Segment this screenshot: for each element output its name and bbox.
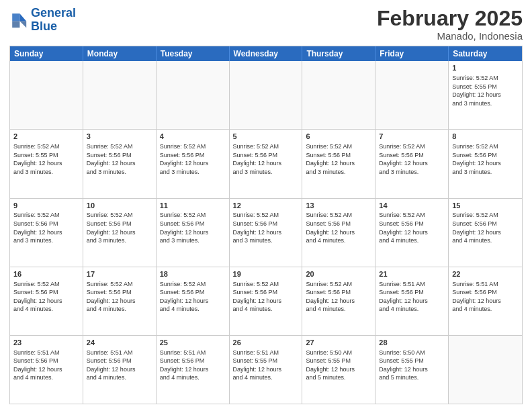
day-number: 10	[87, 201, 152, 211]
day-info: Sunrise: 5:52 AM Sunset: 5:55 PM Dayligh…	[13, 142, 79, 176]
weekday-header: Saturday	[449, 46, 522, 61]
empty-cell	[375, 61, 449, 129]
day-number: 25	[160, 338, 226, 348]
day-number: 6	[306, 132, 371, 142]
logo-text: General Blue	[31, 7, 76, 34]
day-info: Sunrise: 5:52 AM Sunset: 5:56 PM Dayligh…	[87, 211, 152, 244]
weekday-header: Monday	[83, 46, 157, 61]
empty-cell	[10, 61, 83, 129]
day-number: 12	[233, 201, 299, 211]
calendar-row: 23Sunrise: 5:51 AM Sunset: 5:56 PM Dayli…	[10, 335, 522, 404]
logo-icon	[9, 11, 28, 30]
day-cell: 18Sunrise: 5:52 AM Sunset: 5:56 PM Dayli…	[157, 267, 230, 335]
day-number: 19	[233, 269, 299, 279]
weekday-header: Thursday	[302, 46, 375, 61]
empty-cell	[302, 61, 375, 129]
day-cell: 5Sunrise: 5:52 AM Sunset: 5:56 PM Daylig…	[230, 130, 303, 197]
logo-blue: Blue	[31, 19, 57, 33]
day-number: 9	[13, 201, 79, 211]
empty-cell	[83, 61, 157, 129]
day-info: Sunrise: 5:52 AM Sunset: 5:56 PM Dayligh…	[87, 142, 152, 176]
day-number: 27	[306, 338, 371, 348]
day-info: Sunrise: 5:52 AM Sunset: 5:56 PM Dayligh…	[233, 280, 299, 314]
day-info: Sunrise: 5:50 AM Sunset: 5:55 PM Dayligh…	[379, 349, 445, 382]
svg-rect-3	[12, 21, 19, 28]
empty-cell	[157, 61, 230, 129]
day-cell: 17Sunrise: 5:52 AM Sunset: 5:56 PM Dayli…	[83, 267, 157, 335]
day-info: Sunrise: 5:50 AM Sunset: 5:55 PM Dayligh…	[306, 349, 371, 382]
day-cell: 13Sunrise: 5:52 AM Sunset: 5:56 PM Dayli…	[302, 199, 375, 267]
day-cell: 11Sunrise: 5:52 AM Sunset: 5:56 PM Dayli…	[157, 199, 230, 267]
day-info: Sunrise: 5:52 AM Sunset: 5:56 PM Dayligh…	[160, 211, 226, 244]
day-number: 22	[452, 269, 519, 279]
day-info: Sunrise: 5:51 AM Sunset: 5:56 PM Dayligh…	[379, 280, 445, 314]
calendar-row: 2Sunrise: 5:52 AM Sunset: 5:55 PM Daylig…	[10, 129, 522, 197]
calendar: SundayMondayTuesdayWednesdayThursdayFrid…	[9, 46, 523, 404]
weekday-header: Friday	[375, 46, 449, 61]
logo-general: General	[31, 6, 76, 19]
day-cell: 20Sunrise: 5:52 AM Sunset: 5:56 PM Dayli…	[302, 267, 375, 335]
day-info: Sunrise: 5:52 AM Sunset: 5:56 PM Dayligh…	[233, 142, 299, 176]
day-cell: 27Sunrise: 5:50 AM Sunset: 5:55 PM Dayli…	[302, 336, 375, 404]
calendar-row: 9Sunrise: 5:52 AM Sunset: 5:56 PM Daylig…	[10, 198, 522, 267]
empty-cell	[449, 336, 522, 404]
logo: General Blue	[9, 7, 76, 34]
day-number: 14	[379, 201, 445, 211]
calendar-header: SundayMondayTuesdayWednesdayThursdayFrid…	[10, 46, 522, 61]
day-cell: 12Sunrise: 5:52 AM Sunset: 5:56 PM Dayli…	[230, 199, 303, 267]
day-info: Sunrise: 5:52 AM Sunset: 5:56 PM Dayligh…	[306, 280, 371, 314]
day-info: Sunrise: 5:52 AM Sunset: 5:56 PM Dayligh…	[233, 211, 299, 244]
day-number: 2	[13, 132, 79, 142]
day-info: Sunrise: 5:52 AM Sunset: 5:56 PM Dayligh…	[306, 142, 371, 176]
calendar-body: 1Sunrise: 5:52 AM Sunset: 5:55 PM Daylig…	[10, 61, 522, 404]
day-number: 21	[379, 269, 445, 279]
day-info: Sunrise: 5:52 AM Sunset: 5:56 PM Dayligh…	[13, 211, 79, 244]
day-cell: 23Sunrise: 5:51 AM Sunset: 5:56 PM Dayli…	[10, 336, 83, 404]
day-info: Sunrise: 5:52 AM Sunset: 5:56 PM Dayligh…	[379, 142, 445, 176]
day-info: Sunrise: 5:52 AM Sunset: 5:56 PM Dayligh…	[160, 280, 226, 314]
day-info: Sunrise: 5:52 AM Sunset: 5:56 PM Dayligh…	[452, 211, 519, 244]
day-number: 18	[160, 269, 226, 279]
calendar-row: 1Sunrise: 5:52 AM Sunset: 5:55 PM Daylig…	[10, 61, 522, 129]
day-number: 16	[13, 269, 79, 279]
day-info: Sunrise: 5:52 AM Sunset: 5:56 PM Dayligh…	[452, 142, 519, 176]
svg-marker-0	[19, 13, 26, 21]
day-number: 3	[87, 132, 152, 142]
day-number: 11	[160, 201, 226, 211]
day-info: Sunrise: 5:51 AM Sunset: 5:55 PM Dayligh…	[233, 349, 299, 382]
day-cell: 15Sunrise: 5:52 AM Sunset: 5:56 PM Dayli…	[449, 199, 522, 267]
month-title: February 2025	[377, 7, 523, 30]
header: General Blue February 2025 Manado, Indon…	[9, 7, 523, 42]
day-cell: 22Sunrise: 5:51 AM Sunset: 5:56 PM Dayli…	[449, 267, 522, 335]
day-number: 7	[379, 132, 445, 142]
day-number: 8	[452, 132, 519, 142]
day-number: 15	[452, 201, 519, 211]
calendar-row: 16Sunrise: 5:52 AM Sunset: 5:56 PM Dayli…	[10, 267, 522, 335]
day-number: 24	[87, 338, 152, 348]
day-cell: 9Sunrise: 5:52 AM Sunset: 5:56 PM Daylig…	[10, 199, 83, 267]
day-info: Sunrise: 5:52 AM Sunset: 5:56 PM Dayligh…	[379, 211, 445, 244]
page: General Blue February 2025 Manado, Indon…	[0, 0, 532, 411]
day-number: 4	[160, 132, 226, 142]
day-cell: 25Sunrise: 5:51 AM Sunset: 5:56 PM Dayli…	[157, 336, 230, 404]
svg-marker-1	[19, 21, 26, 28]
day-number: 23	[13, 338, 79, 348]
day-cell: 14Sunrise: 5:52 AM Sunset: 5:56 PM Dayli…	[375, 199, 449, 267]
day-cell: 1Sunrise: 5:52 AM Sunset: 5:55 PM Daylig…	[449, 61, 522, 129]
day-info: Sunrise: 5:52 AM Sunset: 5:56 PM Dayligh…	[13, 280, 79, 314]
day-cell: 16Sunrise: 5:52 AM Sunset: 5:56 PM Dayli…	[10, 267, 83, 335]
location: Manado, Indonesia	[377, 30, 523, 42]
day-number: 26	[233, 338, 299, 348]
day-info: Sunrise: 5:52 AM Sunset: 5:56 PM Dayligh…	[87, 280, 152, 314]
day-cell: 28Sunrise: 5:50 AM Sunset: 5:55 PM Dayli…	[375, 336, 449, 404]
day-cell: 7Sunrise: 5:52 AM Sunset: 5:56 PM Daylig…	[375, 130, 449, 197]
day-info: Sunrise: 5:51 AM Sunset: 5:56 PM Dayligh…	[160, 349, 226, 382]
svg-rect-2	[12, 13, 19, 21]
day-info: Sunrise: 5:51 AM Sunset: 5:56 PM Dayligh…	[87, 349, 152, 382]
day-info: Sunrise: 5:51 AM Sunset: 5:56 PM Dayligh…	[13, 349, 79, 382]
day-number: 20	[306, 269, 371, 279]
day-number: 17	[87, 269, 152, 279]
day-number: 5	[233, 132, 299, 142]
day-cell: 3Sunrise: 5:52 AM Sunset: 5:56 PM Daylig…	[83, 130, 157, 197]
day-cell: 6Sunrise: 5:52 AM Sunset: 5:56 PM Daylig…	[302, 130, 375, 197]
